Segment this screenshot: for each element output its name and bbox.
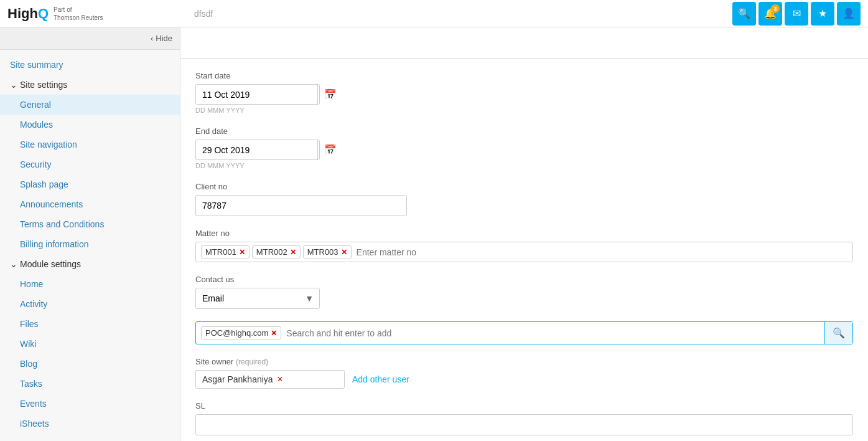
end-date-hint: DD MMM YYYY	[195, 162, 853, 169]
user-icon: 👤	[842, 7, 855, 19]
end-date-calendar-button[interactable]: 📅	[317, 140, 343, 159]
contact-us-group: Contact us Email Phone Form ▼	[195, 275, 853, 309]
search-button[interactable]: 🔍	[732, 2, 756, 26]
email-tag-poc: POC@highq.com ✕	[201, 326, 281, 339]
start-date-hint: DD MMM YYYY	[195, 107, 853, 114]
sidebar-item-splash-page[interactable]: Splash page	[0, 174, 180, 194]
sidebar-item-terms-and-conditions[interactable]: Terms and Conditions	[0, 214, 180, 234]
mail-icon: ✉	[793, 7, 801, 19]
notifications-button[interactable]: 🔔 3	[758, 2, 782, 26]
email-tag-area: POC@highq.com ✕	[196, 323, 824, 343]
sidebar-item-label: Announcements	[20, 199, 83, 209]
sidebar-item-label: Activity	[20, 299, 47, 309]
client-no-label: Client no	[195, 182, 853, 191]
start-date-calendar-button[interactable]: 📅	[317, 85, 343, 104]
add-other-user-button[interactable]: Add other user	[352, 374, 409, 384]
sidebar-item-isheets[interactable]: iSheets	[0, 414, 180, 434]
start-date-label: Start date	[195, 71, 853, 80]
search-icon: 🔍	[738, 7, 750, 19]
sidebar-item-files[interactable]: Files	[0, 314, 180, 334]
sl-label: SL	[195, 401, 853, 410]
sidebar-item-label: Billing information	[20, 239, 89, 249]
email-search-group: POC@highq.com ✕ 🔍	[195, 321, 853, 344]
sidebar-item-label: Home	[20, 279, 43, 289]
sidebar-item-events[interactable]: Events	[0, 394, 180, 414]
start-date-group: Start date 📅 DD MMM YYYY	[195, 71, 853, 114]
mail-button[interactable]: ✉	[785, 2, 808, 26]
matter-tag-mtr002: MTR002 ✕	[252, 245, 301, 258]
sidebar-item-label: Files	[20, 319, 39, 329]
sidebar-item-label: Modules	[20, 120, 53, 130]
remove-mtr003-button[interactable]: ✕	[341, 248, 347, 257]
user-button[interactable]: 👤	[837, 2, 861, 26]
sidebar-item-site-settings[interactable]: ⌄ Site settings	[0, 75, 180, 95]
sidebar-item-activity[interactable]: Activity	[0, 294, 180, 314]
site-title: dfsdf	[188, 9, 732, 19]
client-no-input[interactable]	[195, 195, 407, 216]
required-indicator: (required)	[236, 358, 268, 366]
contact-us-select[interactable]: Email Phone Form	[195, 288, 320, 309]
sidebar-item-site-navigation[interactable]: Site navigation	[0, 135, 180, 154]
logo-sub: Part of Thomson Reuters	[54, 6, 103, 22]
sidebar-item-label: Tasks	[20, 379, 42, 389]
sl-input[interactable]	[195, 414, 853, 435]
chevron-left-icon: ‹	[151, 34, 153, 43]
start-date-input[interactable]	[196, 85, 317, 104]
sidebar-item-security[interactable]: Security	[0, 154, 180, 174]
matter-tag-mtr001: MTR001 ✕	[201, 245, 250, 258]
sidebar-item-module-settings[interactable]: ⌄ Module settings	[0, 254, 180, 274]
header-icons: 🔍 🔔 3 ✉ ★ 👤	[732, 2, 861, 26]
sidebar-item-label: Site settings	[20, 80, 67, 90]
logo-area: HighQ Part of Thomson Reuters	[7, 6, 188, 22]
email-search-input[interactable]	[284, 327, 819, 339]
contact-us-select-wrap: Email Phone Form ▼	[195, 288, 320, 309]
form-area: Start date 📅 DD MMM YYYY End date 📅 DD M…	[180, 59, 868, 441]
owner-input-wrap: Asgar Pankhaniya ✕	[195, 370, 345, 389]
site-owner-group: Site owner (required) Asgar Pankhaniya ✕…	[195, 357, 853, 389]
sidebar-item-label: Wiki	[20, 339, 36, 349]
sidebar-item-label: Terms and Conditions	[20, 219, 104, 229]
remove-mtr001-button[interactable]: ✕	[239, 248, 245, 257]
sidebar-item-label: Blog	[20, 359, 37, 369]
email-search-button[interactable]: 🔍	[824, 322, 852, 344]
end-date-input-wrap: 📅	[195, 140, 320, 160]
sidebar-nav: Site summary ⌄ Site settings General Mod…	[0, 50, 180, 439]
matter-no-tags-wrap[interactable]: MTR001 ✕ MTR002 ✕ MTR003 ✕	[195, 242, 853, 262]
matter-no-input[interactable]	[354, 246, 847, 258]
end-date-label: End date	[195, 126, 853, 136]
sidebar-item-home[interactable]: Home	[0, 274, 180, 294]
owner-wrap: Asgar Pankhaniya ✕ Add other user	[195, 370, 853, 389]
remove-mtr002-button[interactable]: ✕	[290, 248, 296, 257]
sidebar-item-label: iSheets	[20, 419, 49, 429]
matter-tag-mtr003: MTR003 ✕	[303, 245, 352, 258]
sidebar-item-announcements[interactable]: Announcements	[0, 194, 180, 214]
header: HighQ Part of Thomson Reuters dfsdf 🔍 🔔 …	[0, 0, 868, 27]
sl-group: SL	[195, 401, 853, 435]
matter-no-label: Matter no	[195, 229, 853, 238]
sidebar-item-label: Events	[20, 399, 47, 409]
sidebar-item-wiki[interactable]: Wiki	[0, 334, 180, 354]
sidebar-item-general[interactable]: General	[0, 95, 180, 115]
owner-name: Asgar Pankhaniya	[202, 374, 273, 384]
sidebar-item-site-summary[interactable]: Site summary	[0, 55, 180, 75]
notification-badge: 3	[771, 4, 780, 13]
remove-email-button[interactable]: ✕	[271, 329, 277, 338]
sidebar-item-modules[interactable]: Modules	[0, 115, 180, 135]
site-owner-label: Site owner (required)	[195, 357, 853, 366]
sidebar-item-label: Site navigation	[20, 140, 77, 149]
end-date-input[interactable]	[196, 141, 317, 159]
start-date-input-wrap: 📅	[195, 84, 320, 105]
layout: ‹ Hide Site summary ⌄ Site settings Gene…	[0, 27, 868, 441]
hide-button[interactable]: ‹ Hide	[151, 34, 172, 43]
end-date-group: End date 📅 DD MMM YYYY	[195, 126, 853, 169]
matter-no-group: Matter no MTR001 ✕ MTR002 ✕ MTR003 ✕	[195, 229, 853, 262]
email-search-wrap: POC@highq.com ✕ 🔍	[195, 321, 853, 344]
sidebar-item-blog[interactable]: Blog	[0, 354, 180, 374]
sidebar-item-billing-information[interactable]: Billing information	[0, 234, 180, 254]
main-content: Start date 📅 DD MMM YYYY End date 📅 DD M…	[180, 27, 868, 441]
remove-owner-button[interactable]: ✕	[277, 375, 283, 384]
sidebar: ‹ Hide Site summary ⌄ Site settings Gene…	[0, 27, 180, 441]
sidebar-item-tasks[interactable]: Tasks	[0, 374, 180, 394]
star-button[interactable]: ★	[811, 2, 834, 26]
sidebar-item-label: General	[20, 100, 51, 110]
